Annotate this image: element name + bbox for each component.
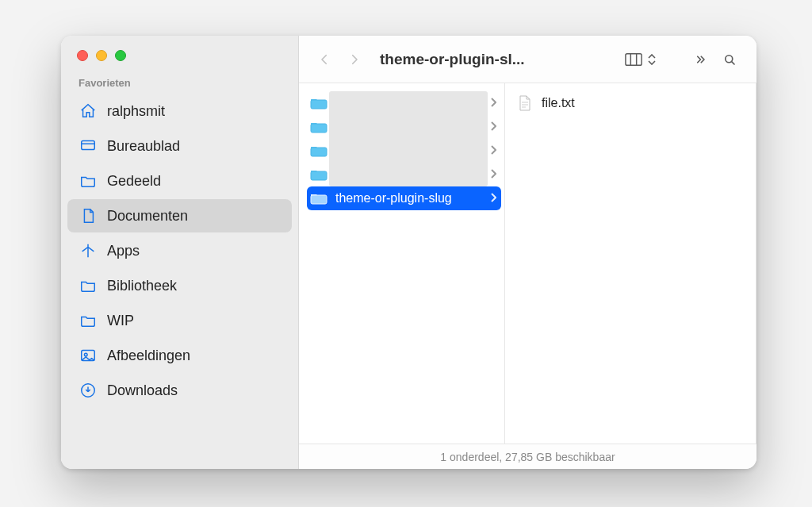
folder-icon <box>310 167 327 182</box>
sidebar-item-shared[interactable]: Gedeeld <box>67 164 292 198</box>
download-icon <box>79 381 98 400</box>
toolbar-overflow-button[interactable] <box>687 47 712 72</box>
folder-label: theme-or-plugin-slug <box>335 191 482 205</box>
sidebar-item-wip[interactable]: WIP <box>67 304 292 337</box>
desktop-icon <box>79 136 98 156</box>
column-2[interactable]: file.txt <box>505 83 756 444</box>
sidebar-item-label: ralphsmit <box>107 103 165 120</box>
sidebar-item-home[interactable]: ralphsmit <box>67 94 292 128</box>
chevron-right-icon <box>490 144 496 158</box>
status-text: 1 onderdeel, 27,85 GB beschikbaar <box>440 451 615 463</box>
folder-icon <box>310 120 327 134</box>
chevron-right-icon <box>490 191 496 205</box>
photo-icon <box>79 346 98 365</box>
svg-rect-12 <box>311 171 327 180</box>
folder-icon <box>310 144 327 158</box>
sidebar: Favorieten ralphsmit Bureaublad Gedeeld … <box>61 36 299 469</box>
view-mode-menu-button[interactable] <box>647 54 657 65</box>
close-window-button[interactable] <box>77 50 88 61</box>
view-mode-button[interactable] <box>625 52 642 67</box>
nav-back-button[interactable] <box>312 47 337 72</box>
toolbar: theme-or-plugin-sl... <box>299 36 756 83</box>
sidebar-item-pictures[interactable]: Afbeeldingen <box>67 339 292 372</box>
fullscreen-window-button[interactable] <box>115 50 126 61</box>
column-browser: theme-or-plugin-slug file.txt <box>299 83 756 444</box>
folder-icon <box>79 276 98 295</box>
redacted-region <box>329 91 488 186</box>
file-row[interactable]: file.txt <box>513 91 753 115</box>
file-label: file.txt <box>542 96 748 110</box>
sidebar-item-label: Gedeeld <box>107 173 161 190</box>
apps-icon <box>79 241 98 260</box>
sidebar-item-label: Downloads <box>107 382 178 399</box>
sidebar-item-label: WIP <box>107 313 134 329</box>
svg-rect-13 <box>311 195 327 204</box>
sidebar-item-label: Documenten <box>107 208 188 225</box>
sidebar-item-documents[interactable]: Documenten <box>67 199 292 232</box>
chevron-right-icon <box>490 120 496 134</box>
svg-line-8 <box>732 61 734 63</box>
sidebar-item-label: Apps <box>107 243 140 259</box>
window-title: theme-or-plugin-sl... <box>380 51 525 68</box>
chevron-right-icon <box>490 96 496 110</box>
sidebar-item-label: Bibliotheek <box>107 278 177 294</box>
svg-rect-10 <box>311 124 327 133</box>
folder-row-selected[interactable]: theme-or-plugin-slug <box>307 186 501 210</box>
folder-icon <box>79 311 98 330</box>
svg-rect-11 <box>311 148 327 156</box>
sidebar-item-library[interactable]: Bibliotheek <box>67 269 292 302</box>
svg-point-2 <box>84 353 87 356</box>
nav-forward-button[interactable] <box>342 47 367 72</box>
folder-icon <box>310 191 327 205</box>
document-icon <box>79 206 98 225</box>
sidebar-item-apps[interactable]: Apps <box>67 234 292 267</box>
sidebar-item-desktop[interactable]: Bureaublad <box>67 129 292 163</box>
search-button[interactable] <box>717 47 742 72</box>
finder-window: Favorieten ralphsmit Bureaublad Gedeeld … <box>61 36 756 469</box>
folder-icon <box>79 171 98 190</box>
text-file-icon <box>516 96 534 110</box>
chevron-right-icon <box>490 167 496 182</box>
sidebar-item-downloads[interactable]: Downloads <box>67 374 292 407</box>
svg-rect-4 <box>626 53 642 65</box>
traffic-lights <box>61 47 298 75</box>
main-area: theme-or-plugin-sl... <box>299 36 756 469</box>
minimize-window-button[interactable] <box>96 50 107 61</box>
svg-rect-0 <box>82 141 95 150</box>
sidebar-item-label: Bureaublad <box>107 138 180 155</box>
status-bar: 1 onderdeel, 27,85 GB beschikbaar <box>299 444 756 469</box>
home-icon <box>79 102 98 121</box>
sidebar-item-label: Afbeeldingen <box>107 348 190 364</box>
folder-icon <box>310 96 327 110</box>
sidebar-section-label: Favorieten <box>61 75 298 94</box>
svg-rect-9 <box>311 100 327 109</box>
